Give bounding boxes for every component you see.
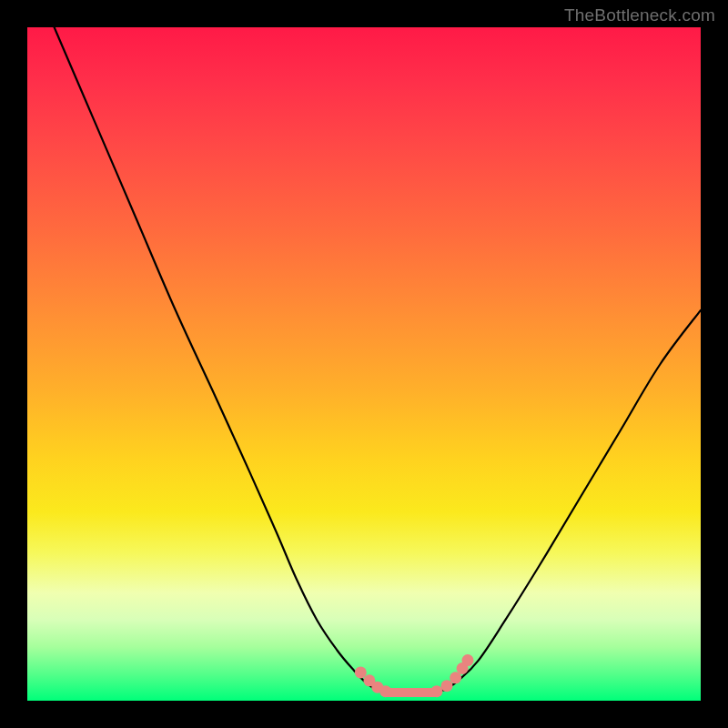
data-marker <box>355 666 367 678</box>
data-marker <box>430 685 442 697</box>
data-marker <box>461 654 473 666</box>
data-marker <box>379 685 391 697</box>
watermark-text: TheBottleneck.com <box>564 5 715 25</box>
right-curve <box>445 310 701 690</box>
left-curve <box>55 27 378 691</box>
chart-svg <box>27 27 701 701</box>
data-marker <box>441 680 453 692</box>
plot-area <box>27 27 701 701</box>
chart-frame: TheBottleneck.com <box>0 0 728 728</box>
